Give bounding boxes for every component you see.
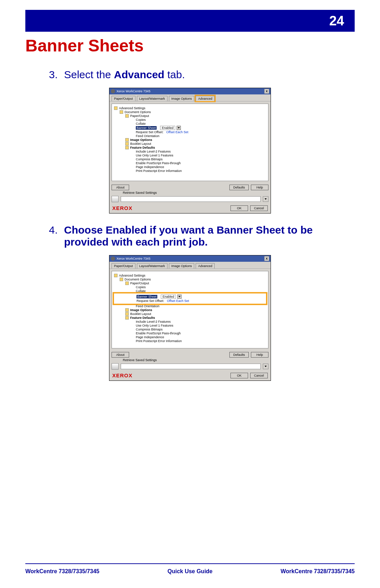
- cancel-button[interactable]: Cancel: [250, 205, 268, 211]
- titlebar-2[interactable]: Xerox WorkCentre 7345 X: [109, 255, 271, 262]
- close-icon[interactable]: X: [264, 256, 269, 261]
- tree-root[interactable]: Advanced Settings: [114, 106, 266, 110]
- tree-lower-0[interactable]: Include Level-2 Features: [114, 150, 266, 153]
- tab-layout-watermark[interactable]: Layout/Watermark: [137, 96, 167, 101]
- banner-dropdown-2[interactable]: Enabled: [161, 295, 182, 299]
- tree-feed-orientation-2[interactable]: Feed Orientation: [114, 304, 266, 308]
- tree-lower-4[interactable]: Page Independence: [114, 165, 266, 169]
- content-area: 3. Select the Advanced tab. Xerox WorkCe…: [25, 62, 355, 391]
- tree-lower-0-b[interactable]: Include Level-2 Features: [114, 320, 266, 323]
- tree-root-2[interactable]: Advanced Settings: [114, 274, 266, 277]
- tree-root-label-2: Advanced Settings: [119, 274, 145, 277]
- button-row-2: About Defaults Help: [109, 351, 271, 359]
- saved-settings-field[interactable]: [121, 196, 261, 202]
- folder-icon: [125, 114, 129, 118]
- tab-paper-output[interactable]: Paper/Output: [112, 96, 135, 101]
- defaults-button[interactable]: Defaults: [229, 185, 249, 190]
- tree-doc-options-2[interactable]: Document Options: [114, 278, 266, 281]
- tree-feature-defaults[interactable]: Feature Defaults: [114, 146, 266, 149]
- tab-layout-watermark-2[interactable]: Layout/Watermark: [137, 263, 167, 268]
- tree-lower-1[interactable]: Use Only Level 1 Features: [114, 154, 266, 157]
- step-4-number: 4.: [46, 224, 58, 248]
- tree-lower-2-b[interactable]: Compress Bitmaps: [114, 328, 266, 331]
- chevron-down-icon[interactable]: [177, 295, 182, 299]
- window-title: Xerox WorkCentre 7345: [116, 89, 150, 93]
- booklet-label-2: Booklet Layout: [130, 312, 151, 316]
- saved-settings-field-2[interactable]: [121, 364, 261, 369]
- tree-area[interactable]: Advanced Settings Document Options Paper…: [112, 104, 268, 181]
- tab-image-options-2[interactable]: Image Options: [169, 263, 195, 268]
- request-offset-label: Request Set Offset:: [136, 130, 163, 134]
- tree-lower-5[interactable]: Print Postscript Error Information: [114, 169, 266, 173]
- tree-doc-options[interactable]: Document Options: [114, 110, 266, 114]
- folder-icon: [114, 274, 118, 277]
- request-offset-value: Offset Each Set: [166, 130, 188, 134]
- footer-right: WorkCentre 7328/7335/7345: [280, 568, 355, 575]
- ok-button-2[interactable]: OK: [230, 373, 248, 378]
- disk-icon[interactable]: [112, 363, 119, 370]
- paper-output-label-2: Paper/Output: [130, 281, 149, 285]
- tree-banner-sheet[interactable]: Banner Sheet Enabled: [114, 126, 266, 130]
- tab-paper-output-2[interactable]: Paper/Output: [112, 263, 135, 268]
- app-icon: [111, 89, 115, 93]
- tab-advanced[interactable]: Advanced: [196, 96, 215, 101]
- folder-icon: [120, 110, 123, 114]
- tree-collate-2[interactable]: Collate: [114, 289, 266, 293]
- tree-image-options-2[interactable]: Image Options: [114, 308, 266, 312]
- feature-defaults-label-2: Feature Defaults: [130, 316, 155, 320]
- tree-booklet[interactable]: Booklet Layout: [114, 142, 266, 146]
- copies-label-2: Copies: [136, 285, 146, 289]
- tab-advanced-2[interactable]: Advanced: [196, 263, 215, 268]
- chevron-down-icon[interactable]: [263, 364, 268, 369]
- banner-dropdown[interactable]: Enabled: [160, 126, 181, 130]
- tree-lower-1-b[interactable]: Use Only Level 1 Features: [114, 324, 266, 327]
- lower-1-label-b: Use Only Level 1 Features: [136, 324, 173, 327]
- footer: WorkCentre 7328/7335/7345 Quick Use Guid…: [25, 568, 355, 575]
- retrieve-label: Retrieve Saved Settings: [109, 191, 271, 194]
- tree-area-2[interactable]: Advanced Settings Document Options Paper…: [112, 271, 268, 348]
- disk-icon[interactable]: [112, 196, 119, 202]
- step-3-suffix: tab.: [164, 69, 185, 80]
- close-icon[interactable]: X: [264, 89, 269, 94]
- tree-booklet-2[interactable]: Booklet Layout: [114, 312, 266, 316]
- tab-image-options[interactable]: Image Options: [169, 96, 195, 101]
- tree-banner-sheet-2[interactable]: Banner Sheet Enabled: [115, 295, 265, 299]
- tree-paper-output[interactable]: Paper/Output: [114, 114, 266, 118]
- chevron-down-icon[interactable]: [263, 196, 268, 202]
- lower-2-label: Compress Bitmaps: [136, 157, 163, 161]
- tree-collate[interactable]: Collate: [114, 122, 266, 125]
- page-title: Banner Sheets: [25, 36, 144, 55]
- folder-icon: [125, 138, 129, 142]
- tree-request-offset-2[interactable]: Request Set Offset:Offset Each Set: [115, 299, 265, 303]
- help-button-2[interactable]: Help: [251, 352, 268, 358]
- banner-highlight-box: Banner Sheet Enabled Request Set Offset:…: [114, 293, 266, 304]
- cancel-button-2[interactable]: Cancel: [250, 373, 268, 378]
- tree-lower-4-b[interactable]: Page Independence: [114, 335, 266, 339]
- titlebar[interactable]: Xerox WorkCentre 7345 X: [109, 88, 271, 94]
- tree-lower-3-b[interactable]: Enable PostScript Pass-through: [114, 332, 266, 335]
- chevron-down-icon[interactable]: [177, 126, 181, 130]
- page-number: 24: [329, 13, 344, 29]
- tree-feed-orientation[interactable]: Feed Orientation: [114, 134, 266, 138]
- tree-lower-5-b[interactable]: Print Postscript Error Information: [114, 339, 266, 343]
- tabs-row: Paper/Output Layout/Watermark Image Opti…: [109, 94, 271, 101]
- tree-feature-defaults-2[interactable]: Feature Defaults: [114, 316, 266, 320]
- defaults-button-2[interactable]: Defaults: [229, 352, 249, 358]
- about-button-2[interactable]: About: [112, 352, 129, 358]
- feed-orientation-label: Feed Orientation: [136, 134, 159, 138]
- ok-button[interactable]: OK: [230, 205, 248, 211]
- folder-icon: [114, 106, 118, 110]
- brand-row-2: XEROX OK Cancel: [109, 370, 271, 380]
- tree-copies[interactable]: Copies: [114, 118, 266, 122]
- tree-paper-output-2[interactable]: Paper/Output: [114, 281, 266, 285]
- tree-copies-2[interactable]: Copies: [114, 285, 266, 289]
- lower-2-label-b: Compress Bitmaps: [136, 328, 163, 331]
- tree-lower-3[interactable]: Enable PostScript Pass-through: [114, 161, 266, 165]
- tree-image-options[interactable]: Image Options: [114, 138, 266, 142]
- image-options-label: Image Options: [130, 138, 152, 142]
- tree-request-offset[interactable]: Request Set Offset:Offset Each Set: [114, 130, 266, 134]
- about-button[interactable]: About: [112, 185, 129, 190]
- banner-sheet-label-2: Banner Sheet: [137, 295, 157, 298]
- tree-lower-2[interactable]: Compress Bitmaps: [114, 157, 266, 161]
- help-button[interactable]: Help: [251, 185, 268, 190]
